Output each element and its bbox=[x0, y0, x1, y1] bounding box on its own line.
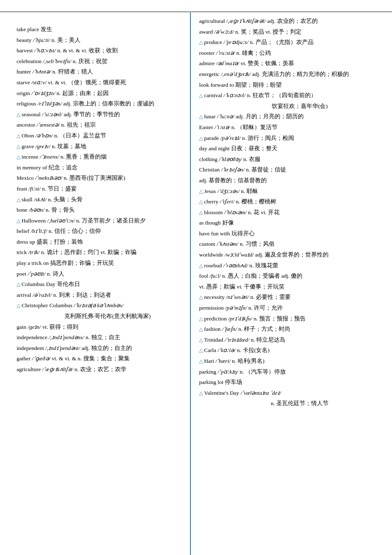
entry-meaning: （日本）盂兰盆节 bbox=[58, 132, 106, 139]
entry-meaning: 游行；阅兵；检阅 bbox=[246, 135, 294, 141]
entry-phonetic: /ˈhæri/ bbox=[214, 358, 231, 364]
entry-phonetic: /nɪˈsesəti/ bbox=[225, 294, 249, 300]
entry-phonetic: /ˌɪndɪˈpendənt/ bbox=[44, 345, 80, 351]
entry-pos: n. bbox=[236, 347, 241, 353]
entry-meaning: （耶稣）复活节 bbox=[236, 124, 278, 130]
entry-word: Easter bbox=[199, 124, 213, 130]
entry-word: parade bbox=[204, 135, 219, 141]
entry-marker: △ bbox=[199, 347, 204, 353]
left-column: take place 发生beauty /ˈbjuːti/ n. 美；美人har… bbox=[0, 12, 191, 555]
entry-meaning: 基督徒；信徒 bbox=[250, 166, 286, 173]
entry-meaning: 克利斯托弗·哥伦布(意大利航海家) bbox=[64, 313, 151, 319]
entry-word: Valentine's Day bbox=[204, 390, 239, 396]
word-entry: energetic /ˌenəˈdʒetɪk/ adj. 充满活力的；精力充沛的… bbox=[199, 70, 384, 79]
entry-pos: n. bbox=[235, 50, 241, 56]
word-entry: beauty /ˈbjuːti/ n. 美；美人 bbox=[17, 36, 182, 45]
entry-phonetic: /bəʊn/ bbox=[27, 207, 44, 213]
entry-meaning: 万圣节前夕；诸圣日前夕 bbox=[80, 218, 146, 224]
right-word-list: agricultural /ˌæɡrɪˈkʌltʃərəl/ adj. 农业的；… bbox=[199, 17, 384, 408]
word-entry: dress up 盛装；打扮；装饰 bbox=[17, 237, 182, 247]
word-entry: △ Trinidad /ˈtrɪnɪdæd/ n. 特立尼达岛 bbox=[199, 335, 384, 345]
word-entry: △ produce /ˈprɒdjuːs/ n. 产品；（尤指）农产品 bbox=[199, 38, 384, 47]
entry-word: gain bbox=[17, 324, 26, 330]
word-entry: △ Valentine's Day /ˈvæləntaɪnz ˈdeɪ/ bbox=[199, 389, 384, 398]
entry-word: dress up bbox=[17, 239, 35, 245]
entry-word: religious bbox=[17, 100, 36, 107]
word-entry: Easter /ˈiːstə/ n. （耶稣）复活节 bbox=[199, 123, 384, 132]
entry-phonetic: /ˈtrɪnɪdæd/ bbox=[223, 337, 249, 343]
word-entry: adj. 基督教的；信基督教的 bbox=[199, 176, 384, 185]
word-entry: award /əˈwɔːd/ n. 奖；奖品 vt. 授予；判定 bbox=[199, 27, 384, 37]
entry-meaning: 发生 bbox=[39, 26, 52, 32]
entry-pos: adj. bbox=[199, 177, 207, 183]
entry-meaning: 产品；（尤指）农产品 bbox=[254, 39, 313, 45]
word-entry: △ Jesus /ˈdʒiːzəs/ n. 耶稣 bbox=[199, 187, 384, 196]
entry-phonetic: /skʌl/ bbox=[32, 196, 46, 203]
entry-pos: n. bbox=[41, 186, 46, 192]
word-entry: Christian /ˈkrɪstʃən/ n. 基督徒；信徒 bbox=[199, 165, 384, 174]
entry-meaning: 信任；信心；信仰 bbox=[53, 228, 100, 234]
entry-pos: n. bbox=[248, 39, 254, 45]
entry-meaning: 头脑；头骨 bbox=[52, 196, 83, 203]
entry-word: have fun with bbox=[199, 230, 230, 237]
entry-meaning: 独立；自主 bbox=[90, 334, 120, 340]
entry-meaning: 样子；方式；时尚 bbox=[243, 326, 290, 332]
left-word-list: take place 发生beauty /ˈbjuːti/ n. 美；美人har… bbox=[17, 25, 182, 374]
entry-word: beauty bbox=[17, 37, 32, 43]
entry-meaning: 坟墓；墓地 bbox=[56, 143, 86, 149]
entry-phonetic: /ˌenəˈdʒetɪk/ bbox=[219, 71, 251, 77]
entry-meaning: 遍及全世界的；世界性的 bbox=[263, 252, 329, 258]
entry-meaning: 诡计；恶作剧；窍门 vt. 欺骗；诈骗 bbox=[45, 249, 136, 255]
word-entry: △ Halloween /ˌhæləʊˈiːn/ n. 万圣节前夕；诸圣日前夕 bbox=[17, 216, 182, 225]
entry-meaning: 庆祝；祝贺 bbox=[77, 58, 107, 64]
entry-meaning: 月的；月亮的；阴历的 bbox=[244, 113, 303, 120]
entry-phonetic: /ˈbjuːti/ bbox=[32, 37, 50, 43]
word-entry: △ Obon /əˈbɒn/ n. （日本）盂兰盆节 bbox=[17, 131, 182, 140]
entry-marker: △ bbox=[17, 218, 22, 224]
word-entry: take place 发生 bbox=[17, 25, 182, 34]
entry-marker: △ bbox=[199, 114, 204, 120]
word-entry: origin /ˈɒrɪdʒɪn/ n. 起源；由来；起因 bbox=[17, 89, 182, 98]
word-entry: permission /pəˈmɪʃn/ n. 许可；允许 bbox=[199, 303, 384, 313]
entry-marker: △ bbox=[199, 210, 204, 215]
entry-pos: n. bbox=[51, 68, 57, 75]
entry-pos: n. bbox=[242, 156, 248, 162]
entry-pos: n. bbox=[60, 122, 66, 128]
entry-word: starve bbox=[17, 79, 30, 86]
entry-word: belief bbox=[17, 228, 29, 234]
entry-word: produce bbox=[204, 39, 222, 45]
entry-pos: n. bbox=[47, 228, 53, 234]
entry-meaning: 赞美；钦佩；羡慕 bbox=[246, 60, 294, 66]
entry-pos: n. bbox=[75, 218, 80, 224]
word-entry: harvest /ˈhɑːvɪst/ n. & vt. & vi. 收获；收割 bbox=[17, 46, 182, 55]
word-entry: vt. 愚弄；欺骗 vi. 干傻事；开玩笑 bbox=[199, 282, 384, 291]
entry-word: feast bbox=[17, 186, 27, 192]
word-entry: ancestor /ˈænsestə/ n. 祖先；祖宗 bbox=[17, 120, 182, 130]
entry-meaning: 美；美人 bbox=[56, 37, 80, 43]
word-entry: 饮宴狂欢；嘉年华(会) bbox=[199, 102, 384, 111]
entry-meaning: 骨；骨头 bbox=[50, 207, 74, 213]
entry-word: cherry bbox=[204, 198, 218, 205]
entry-word: worldwide bbox=[199, 252, 223, 258]
entry-word: blossom bbox=[204, 209, 223, 215]
entry-meaning: 基督教的；信基督教的 bbox=[207, 177, 267, 183]
word-entry: custom /ˈkʌstəm/ n. 习惯；风俗 bbox=[199, 240, 384, 249]
entry-pos: adj. bbox=[266, 18, 275, 24]
entry-meaning: 奖；奖品 vt. 授予；判定 bbox=[239, 29, 302, 35]
entry-phonetic: /ˈvæləntaɪnz ˈdeɪ/ bbox=[239, 390, 281, 396]
entry-phonetic: /ˈkɑːnɪvl/ bbox=[222, 92, 245, 98]
entry-meaning: 独立的；自主的 bbox=[90, 345, 131, 351]
entry-meaning: 季节的；季节性的 bbox=[72, 111, 120, 117]
entry-word: fashion bbox=[204, 326, 221, 332]
entry-meaning: 盛装；打扮；装饰 bbox=[35, 239, 83, 245]
entry-pos: adj. bbox=[80, 345, 90, 351]
entry-word: as though bbox=[199, 220, 221, 226]
entry-phonetic: /ˈblɒsəm/ bbox=[223, 209, 246, 215]
entry-phonetic: /ˈfæʃn/ bbox=[221, 326, 237, 332]
entry-meaning: 卡拉(女名) bbox=[241, 347, 269, 353]
entry-phonetic: /wɜːldˈwaɪd/ bbox=[223, 252, 254, 258]
entry-meaning: 雄禽；公鸡 bbox=[241, 50, 271, 56]
entry-phonetic: /ˈhʌntə/ bbox=[31, 68, 51, 75]
word-entry: △ seasonal /ˈsiːzənl/ adj. 季节的；季节性的 bbox=[17, 110, 182, 119]
entry-pos: vt. bbox=[199, 284, 205, 290]
